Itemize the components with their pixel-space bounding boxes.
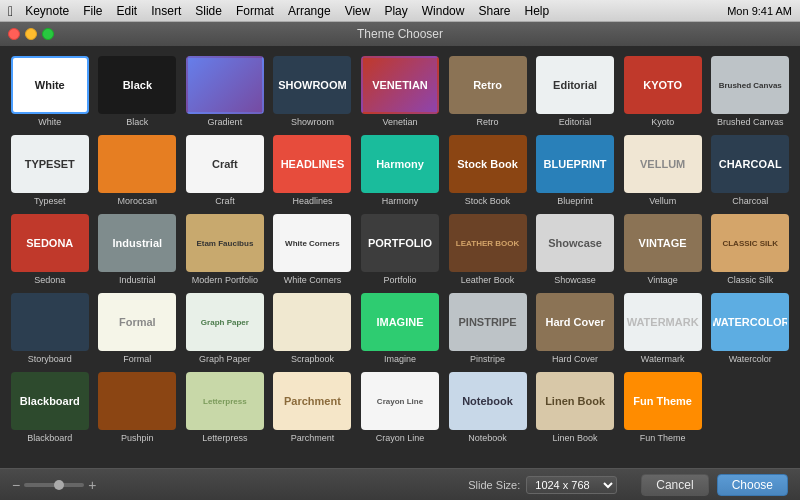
theme-item-blackboard[interactable]: BlackboardBlackboard xyxy=(10,372,90,443)
theme-item-black[interactable]: BlackBlack xyxy=(98,56,178,127)
theme-item-modernportfolio[interactable]: Etam FaucibusModern Portfolio xyxy=(185,214,265,285)
theme-label-headlines: Headlines xyxy=(292,196,332,206)
window-title: Theme Chooser xyxy=(357,27,443,41)
theme-item-moroccan[interactable]: Moroccan xyxy=(98,135,178,206)
zoom-slider[interactable] xyxy=(24,483,84,487)
theme-thumb-crayonline: Crayon Line xyxy=(361,372,439,430)
theme-thumb-pinstripe: PINSTRIPE xyxy=(449,293,527,351)
theme-item-hardcover[interactable]: Hard CoverHard Cover xyxy=(535,293,615,364)
zoom-out-button[interactable]: − xyxy=(12,477,20,493)
menu-format[interactable]: Format xyxy=(236,4,274,18)
slide-size-select[interactable]: 1024 x 768 1920 x 1080 800 x 600 xyxy=(526,476,617,494)
theme-item-typeset[interactable]: TYPESETTypeset xyxy=(10,135,90,206)
menu-edit[interactable]: Edit xyxy=(117,4,138,18)
theme-item-stockbook[interactable]: Stock BookStock Book xyxy=(448,135,528,206)
theme-thumb-harmony: Harmony xyxy=(361,135,439,193)
theme-item-parchment[interactable]: ParchmentParchment xyxy=(273,372,353,443)
theme-item-industrial[interactable]: IndustrialIndustrial xyxy=(98,214,178,285)
theme-item-formal[interactable]: FormalFormal xyxy=(98,293,178,364)
close-button[interactable] xyxy=(8,28,20,40)
theme-item-editorial[interactable]: EditorialEditorial xyxy=(535,56,615,127)
theme-item-classicsilk[interactable]: CLASSIC SILKClassic Silk xyxy=(710,214,790,285)
menu-slide[interactable]: Slide xyxy=(195,4,222,18)
theme-item-imagine[interactable]: IMAGINEImagine xyxy=(360,293,440,364)
minimize-button[interactable] xyxy=(25,28,37,40)
menu-window[interactable]: Window xyxy=(422,4,465,18)
theme-item-graphpaper[interactable]: Graph PaperGraph Paper xyxy=(185,293,265,364)
menu-keynote[interactable]: Keynote xyxy=(25,4,69,18)
theme-item-storyboard[interactable]: Storyboard xyxy=(10,293,90,364)
theme-item-showroom[interactable]: SHOWROOMShowroom xyxy=(273,56,353,127)
theme-label-graphpaper: Graph Paper xyxy=(199,354,251,364)
theme-thumb-venetian: VENETIAN xyxy=(361,56,439,114)
theme-label-imagine: Imagine xyxy=(384,354,416,364)
theme-item-portfolio[interactable]: PORTFOLIOPortfolio xyxy=(360,214,440,285)
maximize-button[interactable] xyxy=(42,28,54,40)
theme-thumb-vellum: VELLUM xyxy=(624,135,702,193)
theme-item-kyoto[interactable]: KYOTOKyoto xyxy=(623,56,703,127)
zoom-in-button[interactable]: + xyxy=(88,477,96,493)
theme-thumb-vintage: VINTAGE xyxy=(624,214,702,272)
theme-label-sedona: Sedona xyxy=(34,275,65,285)
theme-label-notebook: Notebook xyxy=(468,433,507,443)
theme-item-notebook[interactable]: NotebookNotebook xyxy=(448,372,528,443)
theme-label-kyoto: Kyoto xyxy=(651,117,674,127)
theme-label-pinstripe: Pinstripe xyxy=(470,354,505,364)
theme-label-editorial: Editorial xyxy=(559,117,592,127)
theme-item-linenbook[interactable]: Linen BookLinen Book xyxy=(535,372,615,443)
theme-item-showcase[interactable]: ShowcaseShowcase xyxy=(535,214,615,285)
theme-item-whitecorners[interactable]: White CornersWhite Corners xyxy=(273,214,353,285)
theme-item-letterpress[interactable]: LetterpressLetterpress xyxy=(185,372,265,443)
theme-label-scrapbook: Scrapbook xyxy=(291,354,334,364)
theme-label-gradient: Gradient xyxy=(208,117,243,127)
theme-item-vintage[interactable]: VINTAGEVintage xyxy=(623,214,703,285)
theme-item-gradient[interactable]: Gradient xyxy=(185,56,265,127)
theme-thumb-showroom: SHOWROOM xyxy=(273,56,351,114)
theme-item-headlines[interactable]: HEADLINESHeadlines xyxy=(273,135,353,206)
menu-play[interactable]: Play xyxy=(384,4,407,18)
theme-label-venetian: Venetian xyxy=(382,117,417,127)
menu-file[interactable]: File xyxy=(83,4,102,18)
theme-label-crayonline: Crayon Line xyxy=(376,433,425,443)
apple-icon[interactable]:  xyxy=(8,3,13,19)
menu-help[interactable]: Help xyxy=(524,4,549,18)
menu-view[interactable]: View xyxy=(345,4,371,18)
theme-item-vellum[interactable]: VELLUMVellum xyxy=(623,135,703,206)
theme-label-blackboard: Blackboard xyxy=(27,433,72,443)
cancel-button[interactable]: Cancel xyxy=(641,474,708,496)
theme-item-venetian[interactable]: VENETIANVenetian xyxy=(360,56,440,127)
theme-item-watercolor[interactable]: WATERCOLORWatercolor xyxy=(710,293,790,364)
theme-item-white[interactable]: WhiteWhite xyxy=(10,56,90,127)
theme-item-retro[interactable]: RetroRetro xyxy=(448,56,528,127)
menubar-time: Mon 9:41 AM xyxy=(727,5,792,17)
theme-item-watermark[interactable]: WATERMARKWatermark xyxy=(623,293,703,364)
menu-insert[interactable]: Insert xyxy=(151,4,181,18)
theme-label-portfolio: Portfolio xyxy=(383,275,416,285)
theme-item-funtheme[interactable]: Fun ThemeFun Theme xyxy=(623,372,703,443)
slide-size-label: Slide Size: xyxy=(468,479,520,491)
theme-label-brushed: Brushed Canvas xyxy=(717,117,784,127)
theme-label-storyboard: Storyboard xyxy=(28,354,72,364)
theme-item-charcoal[interactable]: CHARCOALCharcoal xyxy=(710,135,790,206)
theme-label-modernportfolio: Modern Portfolio xyxy=(192,275,258,285)
theme-item-blueprint[interactable]: BLUEPRINTBlueprint xyxy=(535,135,615,206)
theme-thumb-scrapbook xyxy=(273,293,351,351)
theme-item-sedona[interactable]: SEDONASedona xyxy=(10,214,90,285)
theme-item-brushed[interactable]: Brushed CanvasBrushed Canvas xyxy=(710,56,790,127)
theme-thumb-showcase: Showcase xyxy=(536,214,614,272)
theme-item-pushpin[interactable]: Pushpin xyxy=(98,372,178,443)
theme-thumb-charcoal: CHARCOAL xyxy=(711,135,789,193)
theme-item-craft[interactable]: CraftCraft xyxy=(185,135,265,206)
theme-label-classicsilk: Classic Silk xyxy=(727,275,773,285)
theme-thumb-pushpin xyxy=(98,372,176,430)
menu-arrange[interactable]: Arrange xyxy=(288,4,331,18)
theme-item-leatherbook[interactable]: LEATHER BOOKLeather Book xyxy=(448,214,528,285)
theme-item-crayonline[interactable]: Crayon LineCrayon Line xyxy=(360,372,440,443)
choose-button[interactable]: Choose xyxy=(717,474,788,496)
theme-label-funtheme: Fun Theme xyxy=(640,433,686,443)
theme-thumb-funtheme: Fun Theme xyxy=(624,372,702,430)
menu-share[interactable]: Share xyxy=(478,4,510,18)
theme-item-harmony[interactable]: HarmonyHarmony xyxy=(360,135,440,206)
theme-item-scrapbook[interactable]: Scrapbook xyxy=(273,293,353,364)
theme-item-pinstripe[interactable]: PINSTRIPEPinstripe xyxy=(448,293,528,364)
